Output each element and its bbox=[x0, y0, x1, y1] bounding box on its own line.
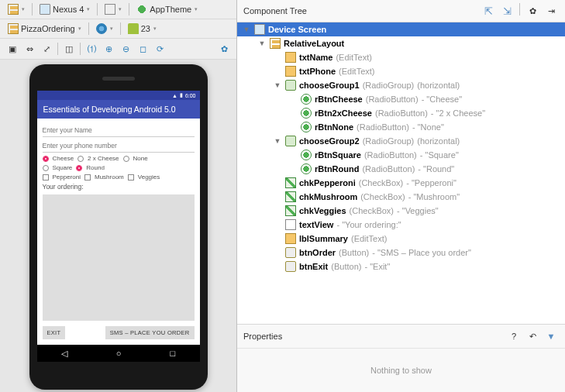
tree-node-chkPepperoni[interactable]: chkPepperoni (CheckBox) - "Pepperoni" bbox=[237, 176, 565, 190]
design-canvas[interactable]: ▲ ▮ 6:00 Essentials of Developing Androi… bbox=[0, 60, 236, 392]
node-name: textView bbox=[299, 220, 333, 229]
collapse-all-btn[interactable]: ⇲ bbox=[499, 3, 515, 19]
stretch-mode-btn[interactable]: ⤢ bbox=[39, 41, 54, 57]
settings-btn[interactable]: ✿ bbox=[216, 41, 232, 57]
zoom-actual-btn[interactable]: ◻ bbox=[135, 41, 150, 57]
device-selector[interactable]: Nexus 4▾ bbox=[36, 2, 93, 16]
summary-box[interactable] bbox=[43, 194, 195, 321]
palette-btn[interactable]: ▾ bbox=[5, 2, 28, 16]
node-name: rBtnSquare bbox=[315, 150, 361, 160]
nav-recent-icon[interactable]: □ bbox=[170, 349, 175, 358]
node-icon bbox=[285, 233, 296, 244]
viewport-btn[interactable]: ◫ bbox=[61, 41, 77, 57]
node-icon bbox=[270, 38, 281, 49]
app-bar: Essentials of Developing Android 5.0 bbox=[37, 100, 200, 119]
tree-node-rBtnRound[interactable]: rBtnRound (RadioButton) - "Round" bbox=[237, 162, 565, 176]
square-radio[interactable] bbox=[43, 165, 49, 171]
zoom-in-btn[interactable]: ⊕ bbox=[101, 41, 116, 57]
node-icon bbox=[285, 219, 296, 230]
round-radio[interactable] bbox=[76, 165, 82, 171]
node-icon bbox=[301, 163, 312, 174]
button-row: EXIT SMS – PLACE YOU ORDER bbox=[43, 326, 195, 339]
node-text: - "Round" bbox=[418, 164, 454, 174]
veggies-check[interactable] bbox=[128, 174, 134, 181]
tree-node-rBtn2xCheese[interactable]: rBtn2xCheese (RadioButton) - "2 x Cheese… bbox=[237, 106, 565, 120]
name-input[interactable] bbox=[43, 124, 195, 137]
tree-node-chkMushroom[interactable]: chkMushroom (CheckBox) - "Mushroom" bbox=[237, 190, 565, 204]
pepperoni-check[interactable] bbox=[43, 174, 49, 181]
node-type: (RadioButton) bbox=[366, 95, 419, 104]
tree-node-txtPhone[interactable]: txtPhone (EditText) bbox=[237, 64, 565, 78]
device-frame: ▲ ▮ 6:00 Essentials of Developing Androi… bbox=[29, 64, 208, 390]
nav-back-icon[interactable]: ◁ bbox=[61, 349, 67, 359]
node-name: chkMushroom bbox=[299, 192, 357, 201]
help-icon[interactable]: ? bbox=[506, 328, 522, 344]
tree-node-chkVeggies[interactable]: chkVeggies (CheckBox) - "Veggies" bbox=[237, 204, 565, 218]
node-type: (RadioButton) bbox=[362, 164, 415, 174]
config-toolbar-2: PizzaOrdering▾ ▾ 23▾ bbox=[0, 19, 236, 39]
device-icon bbox=[40, 4, 50, 15]
node-icon bbox=[285, 80, 296, 91]
gear-icon[interactable]: ✿ bbox=[525, 3, 540, 19]
node-text: - "Cheese" bbox=[422, 95, 462, 104]
tree-node-chooseGroup2[interactable]: ▼chooseGroup2 (RadioGroup) (horizontal) bbox=[237, 134, 565, 148]
tree-toggle[interactable]: ▼ bbox=[242, 26, 251, 33]
node-name: chooseGroup2 bbox=[299, 136, 360, 146]
node-text: - "Mushroom" bbox=[408, 192, 460, 201]
mushroom-check[interactable] bbox=[84, 174, 91, 181]
node-name: rBtnRound bbox=[315, 164, 359, 174]
tree-node-rBtnNone[interactable]: rBtnNone (RadioButton) - "None" bbox=[237, 120, 565, 134]
tree-toggle[interactable]: ▼ bbox=[273, 137, 282, 145]
undo-icon[interactable]: ↶ bbox=[525, 328, 540, 344]
node-icon bbox=[301, 94, 312, 105]
module-selector[interactable]: PizzaOrdering▾ bbox=[5, 22, 84, 36]
tree-toggle[interactable]: ▼ bbox=[257, 40, 267, 47]
exit-button[interactable]: EXIT bbox=[43, 326, 66, 339]
node-type: (EditText) bbox=[339, 67, 374, 76]
filter-icon[interactable]: ▼ bbox=[543, 328, 559, 344]
2xcheese-radio[interactable] bbox=[78, 156, 84, 162]
palette-icon bbox=[8, 4, 19, 15]
refresh-btn[interactable]: ⟳ bbox=[152, 41, 167, 57]
node-icon bbox=[285, 205, 296, 216]
pan-mode-btn[interactable]: ⇔ bbox=[22, 41, 37, 57]
tree-node-rBtnSquare[interactable]: rBtnSquare (RadioButton) - "Square" bbox=[237, 148, 565, 162]
tree-toggle[interactable]: ▼ bbox=[273, 81, 282, 89]
tree-node-RelativeLayout[interactable]: ▼RelativeLayout bbox=[237, 36, 565, 50]
tree-node-txtName[interactable]: txtName (EditText) bbox=[237, 50, 565, 64]
node-name: txtName bbox=[299, 53, 332, 62]
cheese-radio[interactable] bbox=[43, 156, 49, 162]
tree-node-btnOrder[interactable]: btnOrder (Button) - "SMS – Place you ord… bbox=[237, 246, 565, 260]
tree-node-chooseGroup1[interactable]: ▼chooseGroup1 (RadioGroup) (horizontal) bbox=[237, 78, 565, 92]
api-selector[interactable]: 23▾ bbox=[125, 22, 160, 36]
orientation-btn[interactable]: ▾ bbox=[102, 2, 125, 16]
order-button[interactable]: SMS – PLACE YOU ORDER bbox=[105, 326, 195, 339]
orientation-icon bbox=[105, 4, 115, 15]
component-tree[interactable]: ▼Device Screen▼RelativeLayouttxtName (Ed… bbox=[237, 22, 565, 324]
locale-selector[interactable]: ▾ bbox=[93, 22, 116, 36]
node-type: (RadioButton) bbox=[375, 108, 428, 118]
node-type: (RadioButton) bbox=[364, 150, 417, 160]
phone-input[interactable] bbox=[43, 139, 195, 153]
tree-node-btnExit[interactable]: btnExit (Button) - "Exit" bbox=[237, 260, 565, 273]
expand-all-btn[interactable]: ⇱ bbox=[481, 3, 496, 19]
zoom-out-btn[interactable]: ⊖ bbox=[118, 41, 133, 57]
node-icon bbox=[285, 247, 296, 258]
nav-home-icon[interactable]: ○ bbox=[116, 349, 122, 358]
node-name: txtPhone bbox=[299, 67, 336, 76]
hide-icon[interactable]: ⇥ bbox=[543, 3, 559, 19]
node-name: rBtnNone bbox=[315, 122, 353, 132]
tree-node-rBtnCheese[interactable]: rBtnCheese (RadioButton) - "Cheese" bbox=[237, 92, 565, 106]
globe-icon bbox=[96, 23, 107, 34]
select-mode-btn[interactable]: ▣ bbox=[5, 41, 20, 57]
theme-selector[interactable]: AppTheme▾ bbox=[133, 2, 201, 16]
tree-node-textView[interactable]: textView - "Your ordering:" bbox=[237, 218, 565, 232]
none-radio[interactable] bbox=[123, 156, 129, 162]
node-name: RelativeLayout bbox=[284, 39, 344, 48]
node-name: rBtnCheese bbox=[315, 95, 363, 104]
node-type: (Button) bbox=[331, 262, 361, 271]
zoom-fit-btn[interactable]: ⑴ bbox=[84, 41, 99, 57]
node-type: (Button) bbox=[339, 248, 369, 257]
tree-node-Device Screen[interactable]: ▼Device Screen bbox=[237, 22, 565, 36]
tree-node-lblSummary[interactable]: lblSummary (EditText) bbox=[237, 232, 565, 246]
